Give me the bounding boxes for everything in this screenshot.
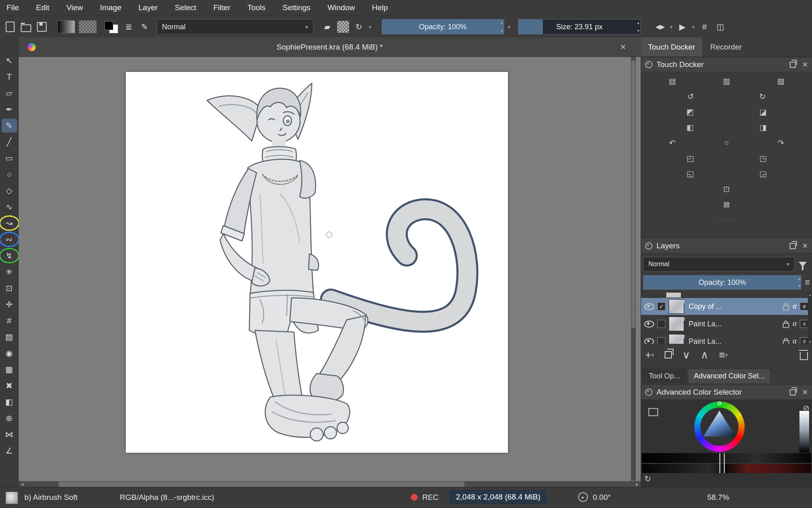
layer-row[interactable]: ✓ ↺ Copy of ... α α (641, 298, 812, 315)
foreground-background-colors[interactable] (104, 20, 119, 34)
previous-preset-icon[interactable]: ◱ (687, 166, 700, 181)
increase-opacity-icon[interactable]: ◪ (754, 104, 767, 119)
inherit-alpha-icon[interactable]: ↺ (681, 299, 685, 305)
lock-layer-icon[interactable] (783, 340, 789, 344)
duplicate-layer-button[interactable] (665, 351, 672, 358)
layer-opacity-slider[interactable]: Opacity: 100% ▴▾ (643, 275, 801, 290)
next-preset-icon[interactable]: ◲ (754, 166, 767, 181)
save-document-button[interactable] (36, 21, 48, 33)
layer-options-menu-icon[interactable]: ≡ (805, 277, 810, 288)
float-docker-icon[interactable] (790, 389, 796, 395)
scroll-right-icon[interactable]: ▸ (633, 482, 641, 487)
color-selector-settings-icon[interactable] (648, 408, 658, 416)
tab-advanced-color-selector[interactable]: Advanced Color Sel... (688, 369, 771, 383)
menu-window[interactable]: Window (328, 3, 355, 12)
chevron-down-icon[interactable]: ▾ (692, 24, 695, 30)
inherit-alpha-icon[interactable]: ↺ (681, 334, 685, 340)
eraser-mode-button[interactable]: ▰ (321, 21, 333, 33)
document-tab[interactable]: SophiePresent.kra (68.4 MiB) * ✕ (19, 37, 641, 57)
vertical-scrollbar-thumb[interactable] (631, 60, 635, 328)
fill-tool[interactable]: ◧ (2, 395, 17, 409)
brush-size-spinner[interactable]: ▴▾ (637, 21, 639, 33)
horizontal-scrollbar[interactable]: ◂ ▸ (19, 481, 641, 487)
brush-size-slider[interactable]: Size: 23.91 px ▴▾ (518, 19, 641, 35)
choose-workspace-button[interactable]: ◫ (714, 21, 726, 33)
rectangle-tool[interactable]: ▭ (2, 151, 17, 165)
shade-bar-2[interactable] (642, 464, 811, 473)
close-docker-icon[interactable]: ✕ (802, 242, 808, 250)
chevron-down-icon[interactable]: ▾ (508, 24, 511, 30)
freehand-brush-tool[interactable]: ✎ (2, 119, 17, 132)
opacity-spinner[interactable]: ▴▾ (501, 21, 503, 33)
alpha-icon[interactable]: α (793, 320, 797, 328)
alpha-lock-icon[interactable]: α (800, 302, 809, 310)
transform-tool[interactable]: ⊡ (2, 281, 17, 295)
chevron-down-icon[interactable]: ▾ (670, 24, 673, 30)
redo-icon[interactable]: ↻ (754, 89, 766, 104)
brush-preset-icon[interactable] (6, 492, 18, 504)
color-sampler-tool[interactable]: ◉ (2, 346, 17, 360)
new-document-button[interactable] (4, 21, 16, 33)
polyline-tool[interactable]: ∿ (2, 200, 17, 214)
menu-edit[interactable]: Edit (36, 3, 50, 12)
layer-checkbox[interactable] (657, 320, 665, 328)
docker-handle-icon[interactable] (645, 389, 652, 396)
close-docker-icon[interactable]: ✕ (802, 61, 808, 69)
dynamic-brush-tool[interactable]: ↯ (2, 249, 17, 263)
opacity-slider[interactable]: Opacity: 100% ▴▾ (382, 19, 504, 35)
rotate-counterclockwise-icon[interactable]: ↶ (645, 135, 700, 150)
mirror-horizontal-button[interactable]: ◀▶ (654, 21, 666, 33)
export-file-icon[interactable]: ▧ (754, 73, 808, 89)
layer-visibility-icon[interactable] (644, 303, 654, 310)
shade-bar-1[interactable] (642, 453, 811, 463)
edit-shapes-tool[interactable]: ▱ (2, 86, 17, 100)
polygon-tool[interactable]: ◇ (2, 184, 17, 198)
layer-row[interactable]: ↺ Paint La... α α (641, 315, 812, 333)
tab-recorder[interactable]: Recorder (703, 37, 749, 56)
filter-layers-icon[interactable] (799, 262, 807, 267)
refresh-colors-icon[interactable]: ↻ (644, 474, 651, 484)
layer-opacity-spinner[interactable]: ▴▾ (798, 277, 800, 288)
scroll-down-icon[interactable]: ▾ (809, 340, 811, 344)
layer-properties-button[interactable]: ≡▾ (719, 349, 728, 361)
menu-settings[interactable]: Settings (283, 3, 311, 12)
pattern-edit-tool[interactable]: ▦ (2, 363, 17, 376)
alpha-icon[interactable]: α (793, 337, 797, 344)
layer-row-partial[interactable] (641, 293, 812, 298)
ellipse-tool[interactable]: ○ (2, 167, 17, 181)
layer-checkbox[interactable] (657, 337, 665, 344)
text-tool[interactable]: T (2, 70, 17, 84)
select-shapes-tool[interactable]: ↖ (2, 54, 17, 67)
menu-tools[interactable]: Tools (248, 3, 266, 12)
delete-layer-button[interactable] (800, 350, 808, 360)
docker-handle-icon[interactable] (645, 61, 652, 68)
zoom-level[interactable]: 58.7% (707, 493, 729, 502)
inherit-alpha-icon[interactable]: ↺ (681, 317, 685, 323)
float-docker-icon[interactable] (790, 62, 796, 68)
tab-tool-options[interactable]: Tool Op... (643, 369, 686, 383)
lock-layer-icon[interactable] (783, 323, 789, 328)
decrease-brush-size-icon[interactable]: ◧ (687, 119, 700, 135)
bezier-curve-tool[interactable]: ↝ (2, 216, 17, 230)
horizontal-scrollbar-thumb[interactable] (58, 482, 464, 487)
move-tool[interactable]: ✛ (2, 297, 17, 311)
layer-blending-mode-dropdown[interactable]: Normal ▾ (643, 257, 795, 271)
reset-rotation-icon[interactable]: ○ (700, 135, 754, 150)
alpha-lock-icon[interactable]: α (800, 337, 809, 344)
clear-canvas-icon[interactable]: ⊠ (700, 197, 754, 212)
tab-touch-docker[interactable]: Touch Docker (641, 37, 703, 56)
trim-canvas-button[interactable]: # (698, 21, 710, 33)
scroll-left-icon[interactable]: ◂ (19, 482, 26, 487)
menu-help[interactable]: Help (372, 3, 388, 12)
saturation-value-triangle[interactable] (702, 409, 737, 444)
layer-list-scrollbar[interactable]: ▴ ▾ (808, 293, 812, 344)
multibrush-tool[interactable]: ✳ (2, 265, 17, 279)
menu-view[interactable]: View (66, 3, 83, 12)
alpha-lock-icon[interactable]: α (800, 320, 809, 328)
canvas-rotation-value[interactable]: 0.00° (593, 493, 611, 502)
scroll-up-icon[interactable]: ▴ (809, 293, 811, 297)
menu-image[interactable]: Image (100, 3, 121, 12)
drag-handle[interactable]: ······· (700, 212, 754, 228)
alpha-icon[interactable]: α (793, 302, 797, 310)
calligraphy-tool[interactable]: ✒ (2, 102, 17, 116)
